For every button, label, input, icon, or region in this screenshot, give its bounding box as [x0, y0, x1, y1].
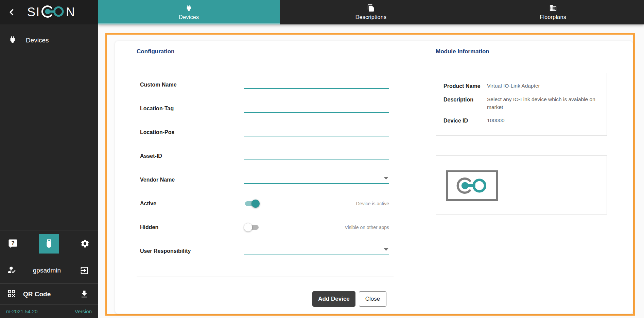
description-value: Select any IO-Link device which is avaia…: [487, 96, 599, 111]
vendor-name-input[interactable]: [244, 175, 389, 184]
configuration-heading: Configuration: [137, 48, 174, 55]
hidden-toggle[interactable]: [244, 223, 260, 232]
active-label: Active: [140, 201, 156, 207]
form-row: Asset-ID: [137, 144, 394, 168]
usb-stick-icon[interactable]: [39, 234, 59, 254]
location-tag-input[interactable]: [244, 104, 389, 113]
plug-icon: [8, 35, 17, 45]
close-button[interactable]: Close: [359, 291, 386, 307]
info-row: Description Select any IO-Link device wh…: [443, 96, 599, 111]
location-pos-input[interactable]: [244, 128, 389, 136]
username-label: gpsadmin: [16, 267, 77, 274]
device-id-label: Device ID: [443, 117, 487, 125]
module-information-heading: Module Information: [436, 48, 489, 55]
form-row: User Responsibility: [137, 239, 394, 263]
form-row: Location-Tag: [137, 97, 394, 120]
divider: [436, 61, 607, 61]
location-pos-label: Location-Pos: [140, 129, 174, 135]
sicon-link-logo-icon: [40, 3, 66, 21]
product-name-label: Product Name: [443, 82, 487, 90]
info-row: Product Name Virtual IO-Link Adapter: [443, 82, 599, 90]
settings-gear-icon[interactable]: [78, 237, 92, 250]
module-information-section: Module Information Product Name Virtual …: [436, 41, 607, 314]
add-device-button[interactable]: Add Device: [312, 291, 355, 307]
asset-id-input[interactable]: [244, 151, 389, 160]
logout-icon[interactable]: [77, 264, 91, 277]
configuration-rows: Custom Name Location-Tag Location-Pos As…: [137, 73, 394, 263]
sidebar-icons-row: ?: [0, 230, 98, 257]
tab-label: Devices: [179, 14, 199, 20]
device-form-card: Configuration Custom Name Location-Tag L…: [115, 41, 633, 314]
tab-devices[interactable]: Devices: [98, 0, 280, 24]
custom-name-input[interactable]: [244, 80, 389, 89]
sicon-logo: SI N: [27, 3, 75, 21]
asset-id-label: Asset-ID: [140, 153, 162, 159]
custom-name-label: Custom Name: [140, 82, 177, 88]
hidden-hint: Visible on other apps: [345, 225, 389, 230]
module-info-card: Product Name Virtual IO-Link Adapter Des…: [436, 73, 607, 136]
sidebar-header: SI N: [0, 0, 98, 24]
tab-floorplans[interactable]: Floorplans: [462, 0, 644, 24]
form-row: Hidden Visible on other apps: [137, 216, 394, 239]
logo-text-prefix: SI: [27, 5, 40, 19]
highlight-frame: Configuration Custom Name Location-Tag L…: [105, 33, 635, 316]
tab-descriptions[interactable]: Descriptions: [280, 0, 462, 24]
sidebar-item-devices[interactable]: Devices: [0, 31, 98, 50]
active-hint: Device is active: [356, 201, 389, 206]
module-logo-icon: [446, 170, 498, 201]
tab-bar: Devices Descriptions Floorplans: [98, 0, 644, 24]
hidden-label: Hidden: [140, 224, 158, 230]
plug-icon: [185, 4, 193, 13]
user-responsibility-input[interactable]: [244, 246, 389, 255]
main-content: Configuration Custom Name Location-Tag L…: [98, 24, 644, 318]
version-label: Version: [75, 308, 92, 314]
sidebar-bottom: ? gpsadmin: [0, 230, 98, 318]
logo-text-suffix: N: [66, 5, 75, 19]
svg-text:?: ?: [11, 240, 15, 246]
help-icon[interactable]: ?: [6, 237, 20, 250]
description-label: Description: [443, 96, 487, 111]
configuration-section: Configuration Custom Name Location-Tag L…: [137, 41, 394, 314]
copy-pages-icon: [367, 4, 375, 13]
chevron-down-icon: [384, 177, 388, 180]
location-tag-label: Location-Tag: [140, 106, 174, 112]
divider: [137, 277, 394, 277]
divider: [137, 61, 394, 61]
user-responsibility-label: User Responsibility: [140, 248, 191, 254]
user-row: gpsadmin: [0, 257, 98, 283]
qr-code-icon: [7, 289, 16, 300]
chevron-down-icon: [384, 248, 388, 251]
chevron-left-icon[interactable]: [7, 7, 17, 17]
form-row: Custom Name: [137, 73, 394, 97]
qr-row: QR Code: [0, 283, 98, 304]
form-row: Active Device is active: [137, 192, 394, 216]
tab-label: Descriptions: [355, 14, 387, 20]
form-row: Location-Pos: [137, 120, 394, 144]
vendor-name-label: Vendor Name: [140, 177, 175, 183]
version-value: m-2021.54.20: [6, 308, 38, 314]
sidebar-item-label: Devices: [26, 37, 49, 44]
device-id-value: 100000: [487, 117, 599, 125]
info-row: Device ID 100000: [443, 117, 599, 125]
active-toggle[interactable]: [244, 199, 260, 208]
version-row: m-2021.54.20 Version: [0, 304, 98, 318]
building-icon: [549, 4, 557, 13]
download-icon[interactable]: [77, 287, 91, 301]
product-name-value: Virtual IO-Link Adapter: [487, 82, 599, 90]
form-row: Vendor Name: [137, 168, 394, 192]
qr-code-label[interactable]: QR Code: [23, 291, 77, 298]
user-check-icon: [7, 265, 16, 276]
tab-label: Floorplans: [540, 14, 566, 20]
sidebar: SI N Devices ?: [0, 0, 98, 318]
module-image-card: [436, 155, 607, 214]
